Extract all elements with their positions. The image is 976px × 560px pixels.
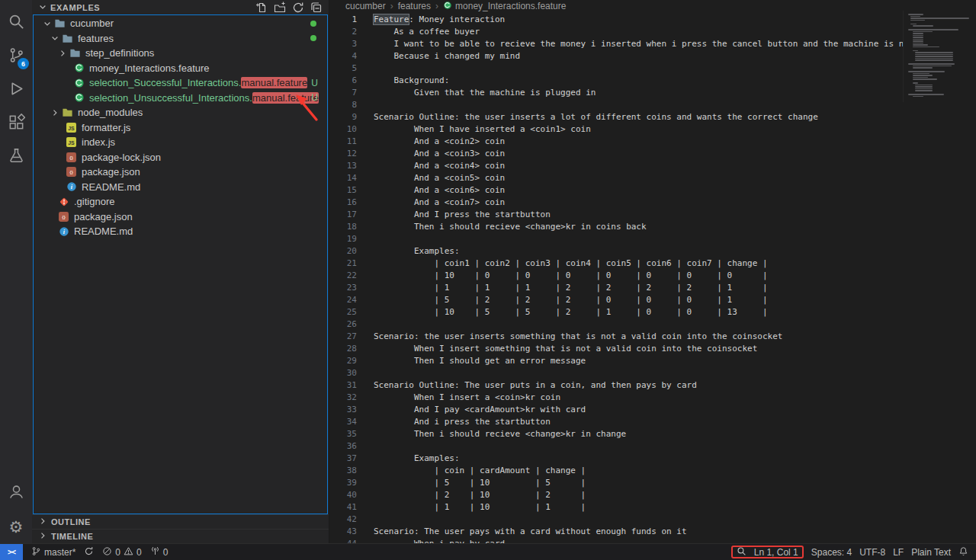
code-line[interactable]: And a <coin2> coin	[374, 136, 976, 148]
tree-item-step-definitions[interactable]: step_definitions	[34, 46, 327, 61]
tree-item-node-modules[interactable]: node_modules	[34, 105, 327, 120]
tree-item-formatter-js[interactable]: JSformatter.js	[34, 120, 327, 136]
tree-item-gitignore[interactable]: .gitignore	[34, 194, 327, 210]
code-line[interactable]	[374, 514, 976, 526]
eol-status[interactable]: LF	[893, 547, 904, 558]
code-line[interactable]: And I press the startbutton	[374, 209, 976, 221]
tree-item-label: step_definitions	[85, 47, 154, 59]
code-line[interactable]: Given that the machine is plugged in	[374, 87, 976, 99]
encoding-status[interactable]: UTF-8	[859, 547, 885, 558]
tree-item-readme-md[interactable]: iREADME.md	[34, 180, 327, 195]
breadcrumb-file[interactable]: money_Interactions.feature	[443, 1, 566, 12]
timeline-section[interactable]: TIMELINE	[32, 529, 329, 543]
minimap-line	[913, 37, 923, 38]
code-line[interactable]: Feature: Money interaction	[374, 14, 976, 26]
code-line[interactable]: And a <coin3> coin	[374, 148, 976, 160]
status-left: >< master* 0 0 0	[0, 544, 168, 560]
tree-item-package-lock-json[interactable]: {}package-lock.json	[34, 150, 327, 165]
tree-item-cucumber[interactable]: cucumber	[34, 16, 327, 31]
testing-icon[interactable]	[0, 140, 32, 174]
extensions-icon[interactable]	[0, 107, 32, 140]
git-branch-status[interactable]: master*	[31, 546, 75, 558]
code-line[interactable]: I want to be able to recieve the money i…	[374, 38, 976, 50]
code-line[interactable]: | coin1 | coin2 | coin3 | coin4 | coin5 …	[374, 258, 976, 270]
code-line[interactable]: Scenario Outline: The user puts in a coi…	[374, 379, 976, 392]
code-line[interactable]: Scenario Outline: the user inserts a lot…	[374, 111, 976, 123]
code-line[interactable]: Scenario: the user inserts something tha…	[374, 331, 976, 343]
code-line[interactable]: When I have inserted a <coin1> coin	[374, 123, 976, 136]
tree-item-package-json[interactable]: {}package.json	[34, 165, 327, 180]
sync-button[interactable]	[84, 546, 94, 558]
twisty-right-icon[interactable]	[49, 108, 61, 117]
code-line[interactable]: And a <coin7> coin	[374, 197, 976, 209]
annotation-red-highlight: manual.feature	[241, 77, 307, 88]
code-line[interactable]: | 5 | 10 | 5 |	[374, 477, 976, 489]
code-line[interactable]: And i press the startbutton	[374, 416, 976, 428]
code-line[interactable]: And a <coin4> coin	[374, 160, 976, 172]
notifications-bell[interactable]	[958, 546, 968, 558]
settings-gear-icon[interactable]: ⚙	[0, 510, 32, 543]
tree-item-features[interactable]: features	[34, 31, 327, 46]
breadcrumb-folder[interactable]: features	[398, 1, 431, 11]
code-line[interactable]: Background:	[374, 75, 976, 87]
code-line[interactable]: Examples:	[374, 453, 976, 465]
code-line[interactable]: Examples:	[374, 245, 976, 258]
collapse-all-icon[interactable]	[310, 2, 323, 14]
tree-item-package-json[interactable]: {}package.json	[34, 210, 327, 225]
tree-item-readme-md[interactable]: iREADME.md	[34, 224, 327, 239]
tree-item-selection-unsuccessful-interactions[interactable]: selection_Unsuccessful_Interactions.manu…	[34, 91, 327, 106]
twisty-down-icon[interactable]	[49, 34, 61, 43]
zoom-status-icon[interactable]	[737, 546, 746, 558]
code-line[interactable]	[374, 99, 976, 111]
explorer-header[interactable]: EXAMPLES	[32, 0, 329, 14]
code-line[interactable]: When i pay by card	[374, 538, 976, 543]
code-line[interactable]: Then i should recieve <change>kr in coin…	[374, 221, 976, 233]
outline-section[interactable]: OUTLINE	[32, 514, 329, 529]
minimap[interactable]	[903, 11, 976, 102]
code-line[interactable]: When I insert something that is not a va…	[374, 343, 976, 355]
code-line[interactable]: Then i should recieve <change>kr in chan…	[374, 428, 976, 440]
code-line[interactable]: | 2 | 10 | 2 |	[374, 489, 976, 501]
tree-item-money-interactions-feature[interactable]: money_Interactions.feature	[34, 61, 327, 76]
code-line[interactable]: When I insert a <coin>kr coin	[374, 392, 976, 404]
code-line[interactable]: | 1 | 1 | 1 | 2 | 2 | 2 | 2 | 1 |	[374, 282, 976, 294]
code-line[interactable]: | 10 | 5 | 5 | 2 | 1 | 0 | 0 | 13 |	[374, 306, 976, 318]
code-line[interactable]: Because i changed my mind	[374, 50, 976, 62]
code-line[interactable]: | 1 | 10 | 1 |	[374, 501, 976, 514]
code-line[interactable]	[374, 440, 976, 453]
twisty-right-icon[interactable]	[56, 49, 69, 58]
cursor-position[interactable]: Ln 1, Col 1	[754, 547, 798, 558]
code-line[interactable]: And I pay <cardAmount>kr with card	[374, 404, 976, 416]
code-area[interactable]: Feature: Money interaction As a coffee b…	[374, 12, 976, 543]
twisty-down-icon[interactable]	[41, 19, 53, 28]
ports-status[interactable]: 0	[150, 546, 169, 558]
minimap-line	[915, 90, 933, 91]
code-line[interactable]: | 5 | 2 | 2 | 2 | 0 | 0 | 0 | 1 |	[374, 294, 976, 306]
code-line[interactable]: As a coffee buyer	[374, 26, 976, 38]
new-file-icon[interactable]	[255, 2, 268, 14]
code-line[interactable]: | coin | cardAmount | change |	[374, 465, 976, 477]
code-line[interactable]	[374, 62, 976, 75]
problems-status[interactable]: 0 0	[102, 546, 141, 558]
indentation-status[interactable]: Spaces: 4	[811, 547, 852, 558]
code-line[interactable]: Scenario: The user pays with a card with…	[374, 526, 976, 538]
code-line[interactable]: Then I should get an error message	[374, 355, 976, 367]
code-line[interactable]	[374, 233, 976, 245]
line-number: 24	[330, 294, 357, 306]
breadcrumb-folder[interactable]: cucumber	[345, 1, 386, 11]
code-line[interactable]: And a <coin6> coin	[374, 184, 976, 197]
code-line[interactable]: | 10 | 0 | 0 | 0 | 0 | 0 | 0 | 0 |	[374, 270, 976, 282]
tree-item-selection-successful-interactions[interactable]: selection_Successful_Interactions.manual…	[34, 75, 327, 91]
source-control-icon[interactable]: 6	[0, 40, 32, 73]
new-folder-icon[interactable]	[274, 2, 286, 14]
language-mode[interactable]: Plain Text	[911, 547, 951, 558]
run-debug-icon[interactable]	[0, 73, 32, 107]
remote-indicator[interactable]: ><	[0, 544, 23, 560]
code-line[interactable]	[374, 318, 976, 331]
accounts-icon[interactable]	[0, 476, 32, 510]
refresh-icon[interactable]	[292, 2, 304, 14]
tree-item-index-js[interactable]: JSindex.js	[34, 135, 327, 150]
code-line[interactable]: And a <coin5> coin	[374, 172, 976, 184]
code-line[interactable]	[374, 367, 976, 379]
search-icon[interactable]	[0, 6, 32, 40]
